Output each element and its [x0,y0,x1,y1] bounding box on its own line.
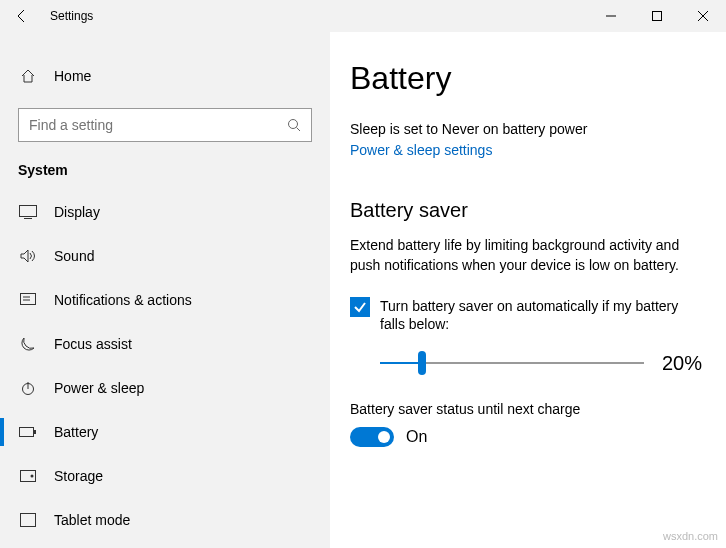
nav-label: Display [54,204,100,220]
threshold-value: 20% [662,352,702,375]
home-link[interactable]: Home [0,56,330,96]
search-box[interactable] [18,108,312,142]
nav-label: Sound [54,248,94,264]
minimize-button[interactable] [588,0,634,32]
maximize-button[interactable] [634,0,680,32]
content: Battery Sleep is set to Never on battery… [330,32,726,548]
nav-battery[interactable]: Battery [0,410,330,454]
saver-toggle-row: On [350,427,702,447]
nav-label: Power & sleep [54,380,144,396]
battery-saver-desc: Extend battery life by limiting backgrou… [350,236,702,275]
auto-saver-label: Turn battery saver on automatically if m… [380,297,702,333]
threshold-slider-row: 20% [380,352,702,375]
saver-toggle[interactable] [350,427,394,447]
sleep-info: Sleep is set to Never on battery power [350,121,702,137]
close-button[interactable] [680,0,726,32]
power-icon [18,380,38,396]
svg-point-4 [289,120,298,129]
nav-label: Battery [54,424,98,440]
nav-notifications[interactable]: Notifications & actions [0,278,330,322]
window-title: Settings [44,9,588,23]
saver-status-label: Battery saver status until next charge [350,401,702,417]
battery-saver-heading: Battery saver [350,199,702,222]
toggle-text: On [406,428,427,446]
notifications-icon [18,293,38,307]
nav-storage[interactable]: Storage [0,454,330,498]
nav-tablet-mode[interactable]: Tablet mode [0,498,330,542]
battery-icon [18,426,38,438]
page-title: Battery [350,60,702,97]
back-button[interactable] [0,0,44,32]
home-icon [18,68,38,84]
threshold-slider[interactable] [380,362,644,364]
storage-icon [18,470,38,482]
nav-display[interactable]: Display [0,190,330,234]
slider-thumb[interactable] [418,351,426,375]
nav-label: Focus assist [54,336,132,352]
svg-point-16 [31,475,34,478]
category-header: System [0,156,330,190]
auto-saver-option[interactable]: Turn battery saver on automatically if m… [350,297,702,333]
checkbox-icon[interactable] [350,297,370,317]
focus-assist-icon [18,336,38,352]
sidebar: Home System Display Sound Notifications … [0,32,330,548]
svg-rect-17 [21,514,36,527]
nav-label: Tablet mode [54,512,130,528]
slider-fill [380,362,422,364]
svg-rect-1 [653,12,662,21]
search-input[interactable] [19,117,277,133]
power-sleep-link[interactable]: Power & sleep settings [350,142,492,158]
nav-label: Storage [54,468,103,484]
titlebar: Settings [0,0,726,32]
svg-line-5 [297,128,301,132]
svg-rect-8 [21,294,36,305]
tablet-icon [18,513,38,527]
watermark: wsxdn.com [663,530,718,542]
toggle-knob [378,431,390,443]
home-label: Home [54,68,91,84]
search-icon [277,118,311,132]
nav-focus-assist[interactable]: Focus assist [0,322,330,366]
window-controls [588,0,726,32]
sound-icon [18,249,38,263]
svg-rect-6 [20,206,37,217]
svg-rect-14 [34,430,36,434]
nav-label: Notifications & actions [54,292,192,308]
nav-sound[interactable]: Sound [0,234,330,278]
svg-rect-13 [20,428,34,437]
nav-power-sleep[interactable]: Power & sleep [0,366,330,410]
display-icon [18,205,38,219]
